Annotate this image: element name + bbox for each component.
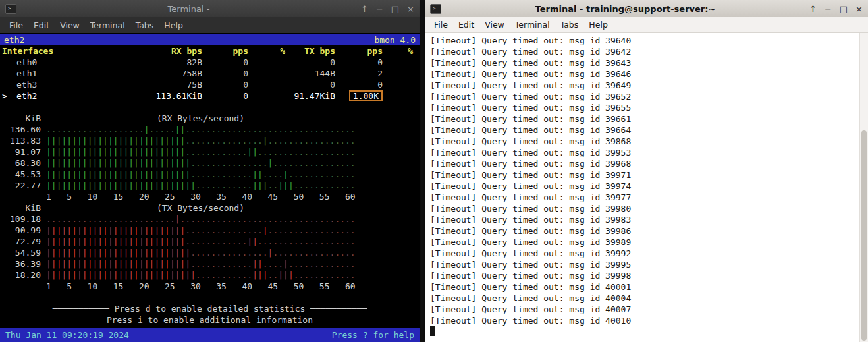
terminal-line: [Timeout] Query timed out: msg id 39661 (430, 113, 857, 125)
interface-row-eth3[interactable]: eth3 75B 0 0 0 (2, 79, 418, 90)
tx-bars: .........................|..............… (46, 214, 355, 225)
menu-terminal[interactable]: Terminal (510, 18, 555, 31)
rx-bps-value: 75B (151, 79, 202, 90)
terminal-line: [Timeout] Query timed out: msg id 39980 (430, 203, 857, 214)
minimize-icon[interactable]: − (825, 4, 832, 14)
shade-icon[interactable]: ↑ (361, 4, 368, 14)
terminal-line: [Timeout] Query timed out: msg id 39989 (430, 237, 857, 248)
terminal-line: [Timeout] Query timed out: msg id 39643 (430, 57, 857, 69)
rx-graph-row: 113.83|||||||||||||||||||||||||||.......… (0, 135, 420, 146)
terminal-line: [Timeout] Query timed out: msg id 39995 (430, 259, 857, 270)
bmon-terminal-window: >_ Terminal - ↑ − □ × File Edit View Ter… (0, 0, 420, 342)
rx-graph-row: 68.30||||||||||||||||||||||||||||.......… (0, 157, 420, 169)
menu-terminal[interactable]: Terminal (85, 19, 130, 32)
tx-pct-value (383, 90, 413, 101)
tx-bars: |||||||||||||||||||||||||||||...........… (46, 270, 355, 281)
rx-pct-value (248, 57, 285, 68)
col-interfaces: Interfaces (2, 45, 151, 57)
menu-file[interactable]: File (429, 18, 453, 31)
tx-graph-row: 18.20|||||||||||||||||||||||||||||......… (0, 270, 420, 281)
terminal-line: [Timeout] Query timed out: msg id 39992 (430, 248, 857, 259)
tx-bps-value: 91.47KiB (285, 90, 335, 101)
left-titlebar[interactable]: >_ Terminal - ↑ − □ × (0, 0, 420, 17)
left-menubar: File Edit View Terminal Tabs Help (0, 17, 420, 33)
y-tick: 36.39 (0, 258, 41, 270)
col-tx-bps: TX bps (285, 45, 335, 57)
menu-help[interactable]: Help (159, 19, 188, 32)
terminal-line: [Timeout] Query timed out: msg id 39655 (430, 102, 857, 113)
menu-tabs[interactable]: Tabs (555, 18, 584, 31)
row-marker (2, 68, 10, 79)
tx-bps-value: 0 (285, 57, 335, 68)
terminal-line: [Timeout] Query timed out: msg id 39652 (430, 91, 857, 102)
rx-pps-value: 0 (202, 90, 248, 101)
interface-row-eth0[interactable]: eth0 82B 0 0 0 (2, 57, 418, 68)
terminal-output: [Timeout] Query timed out: msg id 39640[… (430, 35, 857, 326)
interface-name: eth3 (10, 79, 151, 90)
minimize-icon[interactable]: − (376, 4, 383, 14)
bmon-version: bmon 4.0 (374, 34, 416, 45)
col-rx-pps: pps (202, 45, 248, 57)
tx-pps-value: 2 (335, 68, 383, 79)
rx-bps-value: 758B (151, 68, 202, 79)
terminal-line: [Timeout] Query timed out: msg id 39649 (430, 80, 857, 91)
menu-view[interactable]: View (479, 18, 510, 31)
menu-help[interactable]: Help (583, 18, 613, 31)
terminal-line: [Timeout] Query timed out: msg id 39974 (430, 181, 857, 192)
rx-pps-value: 0 (202, 68, 248, 79)
bmon-screen[interactable]: eth2 bmon 4.0 Interfaces RX bps pps % TX… (0, 33, 420, 342)
tx-pct-value (383, 79, 413, 90)
interface-row-eth2-selected[interactable]: > eth2 113.61KiB 0 91.47KiB 1.00K (2, 90, 418, 101)
menu-edit[interactable]: Edit (453, 18, 479, 31)
right-window-controls: ↑ − □ × (809, 4, 863, 14)
close-icon[interactable]: × (855, 4, 863, 14)
tx-bars: |||||||||||||||||||||||||||.............… (46, 225, 355, 236)
highlight-box: 1.00K (349, 90, 383, 101)
tx-bps-value: 144B (285, 68, 335, 79)
rx-graph-row: 136.60...................|.....||.......… (0, 124, 420, 135)
y-tick: 45.53 (0, 169, 41, 180)
tx-graph-title-line: KiB (TX Bytes/second) (0, 202, 420, 214)
maximize-icon[interactable]: □ (391, 4, 399, 14)
terminal-line: [Timeout] Query timed out: msg id 40007 (430, 304, 857, 315)
menu-file[interactable]: File (4, 19, 28, 32)
interface-name: eth0 (10, 57, 151, 68)
interface-row-eth1[interactable]: eth1 758B 0 144B 2 (2, 68, 418, 79)
help-hint-additional: ────────── Press i to enable additional … (0, 314, 420, 326)
tx-graph-unit: KiB (0, 202, 41, 214)
y-tick: 136.60 (0, 124, 41, 135)
maximize-icon[interactable]: □ (840, 4, 848, 14)
rx-graph-row: 91.07|||||||||||||||||||||||||||........… (0, 146, 420, 157)
tx-pps-value-highlighted: 1.00K (335, 90, 383, 101)
rx-bars: |||||||||||||||||||||||||||.............… (46, 135, 355, 146)
bmon-topbar: eth2 bmon 4.0 (0, 34, 420, 45)
tx-pps-value: 0 (335, 57, 383, 68)
col-tx-pct: % (383, 45, 413, 57)
log-terminal-screen[interactable]: [Timeout] Query timed out: msg id 39640[… (425, 33, 868, 342)
prompt-line (430, 326, 857, 337)
menu-view[interactable]: View (55, 19, 85, 32)
tx-bars: ||||||||||||||||||||||||||||............… (46, 258, 355, 270)
y-tick: 91.07 (0, 146, 41, 157)
tx-graph-row: 54.59||||||||||||||||||||||||||||.......… (0, 247, 420, 258)
scrollbar-thumb[interactable] (861, 130, 867, 341)
interface-table: Interfaces RX bps pps % TX bps pps % eth… (0, 45, 420, 101)
statusbar-datetime: Thu Jan 11 09:20:19 2024 (5, 329, 129, 341)
terminal-line: [Timeout] Query timed out: msg id 39977 (430, 192, 857, 203)
left-window-controls: ↑ − □ × (361, 4, 414, 14)
right-titlebar[interactable]: >_ Terminal - training@support-server:~ … (425, 0, 868, 17)
menu-edit[interactable]: Edit (28, 19, 55, 32)
left-window-title: Terminal - (22, 4, 356, 14)
selection-marker: > (2, 90, 10, 101)
interface-name: eth1 (10, 68, 151, 79)
rx-graph-title: (RX Bytes/second) (46, 113, 355, 124)
scrollbar[interactable] (859, 33, 868, 342)
rx-bars: ||||||||||||||||||||||||||||............… (46, 169, 355, 180)
terminal-line: [Timeout] Query timed out: msg id 39868 (430, 136, 857, 147)
menu-tabs[interactable]: Tabs (130, 19, 159, 32)
col-rx-bps: RX bps (151, 45, 202, 57)
tx-pct-value (383, 57, 413, 68)
tx-pps-value: 0 (335, 79, 383, 90)
close-icon[interactable]: × (407, 4, 414, 14)
shade-icon[interactable]: ↑ (809, 4, 817, 14)
